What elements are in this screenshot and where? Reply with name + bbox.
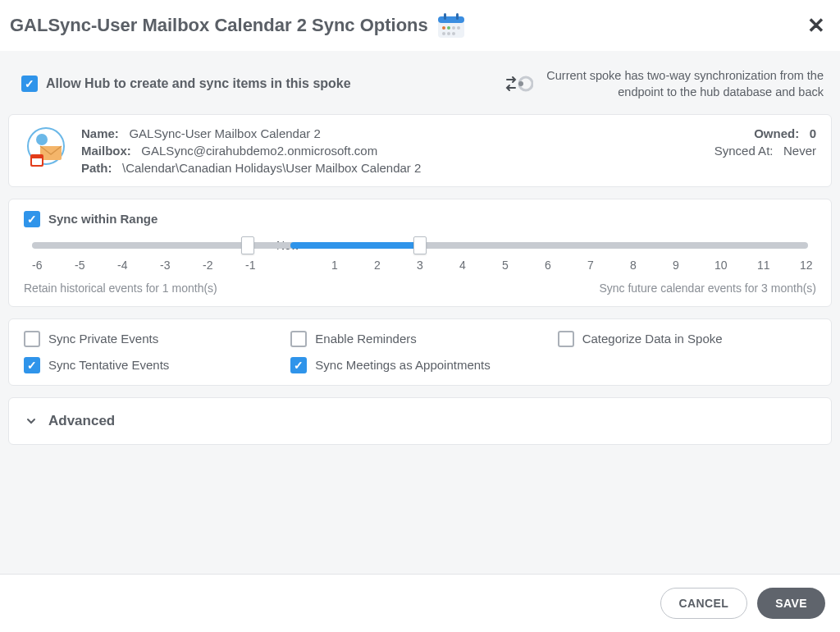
- close-icon[interactable]: ✕: [807, 13, 825, 39]
- meetings-appointments-checkbox[interactable]: ✓: [290, 357, 307, 373]
- mailbox-icon: [24, 126, 68, 171]
- svg-rect-1: [438, 16, 464, 23]
- tentative-events-label: Sync Tentative Events: [48, 358, 169, 372]
- opt-categorize-data: Categorize Data in Spoke: [558, 331, 816, 347]
- modal-footer: CANCEL SAVE: [0, 574, 840, 632]
- chevron-down-icon: [25, 415, 37, 427]
- slider-tick: 1: [331, 259, 339, 272]
- slider-tick: 10: [714, 259, 723, 272]
- options-grid: Sync Private Events Enable Reminders Cat…: [24, 331, 816, 373]
- private-events-label: Sync Private Events: [48, 332, 158, 346]
- svg-point-14: [36, 134, 48, 145]
- modal-header: GALSync-User Mailbox Calendar 2 Sync Opt…: [0, 0, 840, 51]
- slider-ticks: -6-5-4-3-2-1123456789101112: [32, 259, 808, 272]
- range-summary: Retain historical events for 1 month(s) …: [24, 282, 816, 295]
- future-text: Sync future calendar events for 3 month(…: [599, 282, 816, 295]
- slider-tick: 4: [459, 259, 467, 272]
- info-name: Name: GALSync-User Mailbox Calendar 2: [81, 126, 421, 140]
- advanced-section[interactable]: Advanced: [8, 397, 832, 445]
- path-value: \Calendar\Canadian Holidays\User Mailbox…: [122, 161, 421, 175]
- options-card: Sync Private Events Enable Reminders Cat…: [8, 318, 832, 386]
- modal-title: GALSync-User Mailbox Calendar 2 Sync Opt…: [10, 15, 428, 36]
- mailbox-label: Mailbox:: [81, 144, 131, 158]
- sync-options-modal: GALSync-User Mailbox Calendar 2 Sync Opt…: [0, 0, 840, 632]
- slider-tick: 5: [501, 259, 509, 272]
- info-path: Path: \Calendar\Canadian Holidays\User M…: [81, 161, 421, 175]
- categorize-data-label: Categorize Data in Spoke: [582, 332, 723, 346]
- info-mailbox: Mailbox: GALSync@cirahubdemo2.onmicrosof…: [81, 144, 421, 158]
- slider-tick: 11: [757, 259, 765, 272]
- check-icon: ✓: [25, 78, 34, 89]
- sync-range-card: ✓ Sync within Range Now -6-5-4-3-2-11234…: [8, 199, 832, 307]
- cancel-button[interactable]: CANCEL: [660, 588, 748, 619]
- two-way-sync-icon: [505, 74, 533, 94]
- info-right: Owned: 0 Synced At: Never: [714, 126, 816, 161]
- check-icon: ✓: [27, 213, 37, 225]
- header-left: GALSync-User Mailbox Calendar 2 Sync Opt…: [10, 11, 466, 39]
- slider-tick: -4: [117, 259, 126, 272]
- meetings-appointments-label: Sync Meetings as Appointments: [315, 358, 490, 372]
- slider-tick: -3: [160, 259, 168, 272]
- synced-label: Synced At:: [714, 144, 774, 158]
- path-label: Path:: [81, 161, 112, 175]
- range-checkbox[interactable]: ✓: [24, 211, 40, 227]
- svg-point-5: [447, 26, 450, 30]
- opt-meetings-appointments: ✓ Sync Meetings as Appointments: [290, 357, 549, 373]
- slider-tick: 3: [416, 259, 424, 272]
- modal-body: ✓ Allow Hub to create and sync items in …: [0, 51, 840, 574]
- enable-reminders-checkbox[interactable]: [290, 331, 307, 347]
- check-icon: ✓: [27, 360, 37, 371]
- slider-tick: -6: [32, 259, 40, 272]
- slider-tick: -2: [203, 259, 211, 272]
- svg-point-4: [442, 26, 445, 30]
- slider-tick: 12: [800, 259, 808, 272]
- retain-text: Retain historical events for 1 month(s): [24, 282, 217, 295]
- allow-sync-row: ✓ Allow Hub to create and sync items in …: [8, 59, 832, 114]
- spoke-info-card: Name: GALSync-User Mailbox Calendar 2 Ma…: [8, 114, 832, 187]
- opt-enable-reminders: Enable Reminders: [290, 331, 549, 347]
- name-value: GALSync-User Mailbox Calendar 2: [129, 126, 320, 140]
- info-fields: Name: GALSync-User Mailbox Calendar 2 Ma…: [81, 126, 421, 175]
- info-left: Name: GALSync-User Mailbox Calendar 2 Ma…: [24, 126, 701, 175]
- opt-tentative-events: ✓ Sync Tentative Events: [24, 357, 282, 373]
- allow-checkbox-row: ✓ Allow Hub to create and sync items in …: [21, 76, 351, 92]
- name-label: Name:: [81, 126, 119, 140]
- slider-tick: -1: [245, 259, 253, 272]
- slider-tick: -5: [75, 259, 83, 272]
- svg-point-7: [457, 26, 460, 30]
- owned-line: Owned: 0: [714, 126, 816, 140]
- range-label: Sync within Range: [48, 212, 158, 226]
- private-events-checkbox[interactable]: [24, 331, 40, 347]
- categorize-data-checkbox[interactable]: [558, 331, 574, 347]
- check-icon: ✓: [294, 360, 304, 371]
- slider-tick: 7: [587, 259, 595, 272]
- svg-point-9: [447, 32, 450, 35]
- allow-checkbox[interactable]: ✓: [21, 76, 38, 92]
- sync-mode-block: Current spoke has two-way synchronizatio…: [505, 67, 824, 101]
- svg-point-8: [442, 32, 445, 35]
- owned-label: Owned:: [754, 126, 799, 140]
- slider-handle-start[interactable]: [241, 236, 254, 254]
- slider-track: [32, 242, 808, 249]
- svg-rect-2: [444, 13, 446, 20]
- opt-private-events: Sync Private Events: [24, 331, 282, 347]
- svg-point-6: [452, 26, 455, 30]
- range-slider[interactable]: Now -6-5-4-3-2-1123456789101112: [24, 242, 816, 272]
- slider-tick: 2: [373, 259, 381, 272]
- tentative-events-checkbox[interactable]: ✓: [24, 357, 40, 373]
- mailbox-value: GALSync@cirahubdemo2.onmicrosoft.com: [141, 144, 377, 158]
- slider-tick: 9: [672, 259, 680, 272]
- slider-fill: [290, 242, 420, 249]
- save-button[interactable]: SAVE: [757, 588, 825, 619]
- calendar-icon: [436, 11, 466, 39]
- svg-point-10: [452, 32, 455, 35]
- slider-handle-end[interactable]: [413, 236, 427, 254]
- slider-tick: [288, 259, 296, 272]
- sync-mode-description: Current spoke has two-way synchronizatio…: [545, 67, 824, 101]
- allow-label: Allow Hub to create and sync items in th…: [46, 76, 351, 91]
- synced-value: Never: [783, 144, 816, 158]
- slider-tick: 6: [544, 259, 552, 272]
- enable-reminders-label: Enable Reminders: [315, 332, 416, 346]
- svg-rect-3: [456, 13, 459, 20]
- slider-tick: 8: [629, 259, 637, 272]
